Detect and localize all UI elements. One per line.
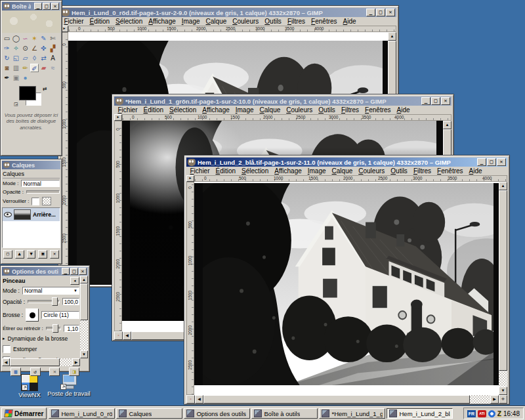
menu-item[interactable]: Image xyxy=(232,106,257,114)
close-button[interactable]: ✕ xyxy=(497,158,506,166)
titlebar[interactable]: Calques xyxy=(2,161,60,169)
swap-colors-icon[interactable]: ⇄ xyxy=(43,86,47,92)
expander-arrow-icon[interactable]: ▸ xyxy=(3,336,5,341)
toolbox-window[interactable]: Boîte à ou... _ □ ✕ ▭◯∽✶✎✄✑✧⊙∠✜▞↻◱▱◊⇄A◙▥… xyxy=(0,0,62,156)
menu-item[interactable]: Fenêtres xyxy=(362,106,394,114)
maximize-button[interactable]: □ xyxy=(431,97,440,105)
titlebar[interactable]: Options des outils _ □ ✕ xyxy=(2,267,88,276)
minimize-button[interactable]: _ xyxy=(421,97,430,105)
menu-item[interactable]: Aide xyxy=(340,18,359,25)
layers-window[interactable]: Calques Calques Mode : Normal Opacité : … xyxy=(0,159,62,264)
taskbar-window-button[interactable]: Calques xyxy=(116,408,182,419)
taskbar-window-button[interactable]: Boîte à outils xyxy=(251,408,318,419)
menu-item[interactable]: Aide xyxy=(466,167,485,175)
titlebar[interactable]: Hem_i_Lund_0_röd.tif-page-1-sur-2-9.0 (n… xyxy=(60,8,396,17)
horizontal-ruler[interactable]: 05001000150020002500300035004000 xyxy=(122,114,452,121)
duplicate-layer-button[interactable]: ▣ xyxy=(38,250,47,259)
menu-item[interactable]: Filtres xyxy=(338,106,362,114)
menu-item[interactable]: Outils xyxy=(388,167,411,175)
menu-item[interactable]: Sélection xyxy=(167,106,200,114)
scissors-select-tool[interactable]: ✄ xyxy=(49,34,57,43)
raise-layer-button[interactable]: ▲ xyxy=(15,250,24,259)
menu-item[interactable]: Fenêtres xyxy=(434,167,466,175)
shear-tool[interactable]: ▱ xyxy=(21,54,30,62)
options-horizontal-scrollbar[interactable]: ◀ ▶ xyxy=(2,358,80,366)
maximize-button[interactable]: □ xyxy=(487,158,496,166)
gimp-window-blue[interactable]: Hem_i_Lund_2_blå.tif-page-1-sur-2-11.0 (… xyxy=(184,155,510,405)
menu-item[interactable]: Outils xyxy=(316,106,339,114)
window-menu-button[interactable]: ▸ xyxy=(186,175,194,182)
scroll-down-arrow[interactable]: ▼ xyxy=(499,387,507,395)
taskbar-window-button[interactable]: Options des outils xyxy=(184,408,250,419)
restore-options-button[interactable]: ↺ xyxy=(30,368,41,376)
pencil-tool[interactable]: ✏ xyxy=(21,64,30,72)
scroll-up-arrow[interactable]: ▲ xyxy=(388,32,396,41)
layer-thumbnail[interactable] xyxy=(14,209,31,220)
opacity-value[interactable]: 100,0 xyxy=(62,298,79,305)
layer-row[interactable]: Arrière... xyxy=(3,208,60,221)
menu-item[interactable]: Filtres xyxy=(284,18,308,25)
quick-mask-toggle[interactable]: ▫ xyxy=(186,395,195,404)
menu-item[interactable]: Fichier xyxy=(61,18,87,25)
lower-layer-button[interactable]: ▼ xyxy=(27,250,36,259)
taskbar-window-button[interactable]: Hem_i_Lund_2_blå.tif... xyxy=(387,408,453,419)
perspective-tool[interactable]: ◊ xyxy=(30,54,39,62)
save-options-button[interactable]: ▦ xyxy=(10,368,21,376)
layer-visible-eye-icon[interactable] xyxy=(4,212,12,217)
menu-item[interactable]: Aide xyxy=(394,106,413,114)
scroll-up-arrow[interactable]: ▲ xyxy=(443,121,452,129)
desktop-icon-poste-de-travail[interactable]: ↗ Poste de travail xyxy=(41,374,97,397)
lock-checkbox[interactable] xyxy=(32,198,39,205)
panel-menu-button[interactable]: ◂ xyxy=(70,277,79,285)
ink-tool[interactable]: ✒ xyxy=(3,74,11,82)
bucket-fill-tool[interactable]: ◙ xyxy=(3,64,11,72)
delete-options-button[interactable]: ✕ xyxy=(49,368,60,376)
opacity-slider[interactable] xyxy=(28,300,60,303)
scroll-down-arrow[interactable]: ▼ xyxy=(80,350,88,358)
scroll-right-arrow[interactable]: ▶ xyxy=(490,395,499,404)
menu-item[interactable]: Couleurs xyxy=(230,18,262,25)
foreground-color-swatch[interactable] xyxy=(19,86,36,100)
brush-name[interactable]: Circle (11) xyxy=(41,311,79,319)
menu-item[interactable]: Couleurs xyxy=(284,106,316,114)
fuzzy-select-tool[interactable]: ✶ xyxy=(30,34,39,43)
new-layer-button[interactable]: ▢ xyxy=(3,250,12,259)
delete-layer-button[interactable]: ✕ xyxy=(50,250,59,259)
menu-item[interactable]: Fenêtres xyxy=(308,18,340,25)
titlebar[interactable]: *Hem_i_Lund_1_grön.tif-page-1-sur-2-10.0… xyxy=(114,96,452,106)
menu-item[interactable]: Édition xyxy=(87,18,113,25)
maximize-button[interactable]: □ xyxy=(376,9,385,16)
menu-item[interactable]: Affichage xyxy=(272,167,305,175)
horizontal-ruler[interactable]: 05001000150020002500300035004000 xyxy=(68,26,396,32)
blur-tool[interactable]: ● xyxy=(21,74,30,82)
tray-z-icon[interactable]: Z xyxy=(497,410,501,417)
color-picker-tool[interactable]: ✧ xyxy=(12,44,20,52)
ati-tray-icon[interactable]: ATI xyxy=(478,410,486,417)
measure-tool[interactable]: ∠ xyxy=(30,44,39,52)
crop-tool[interactable]: ▞ xyxy=(49,44,57,52)
start-button[interactable]: Démarrer xyxy=(1,408,47,419)
vertical-ruler[interactable]: 05001000150020002500 xyxy=(114,121,122,331)
airbrush-tool[interactable]: ≈ xyxy=(49,64,57,72)
layer-mode-select[interactable]: Normal xyxy=(21,180,60,187)
titlebar[interactable]: Hem_i_Lund_2_blå.tif-page-1-sur-2-11.0 (… xyxy=(186,158,507,167)
clone-tool[interactable]: ▣ xyxy=(12,74,20,82)
menu-item[interactable]: Affichage xyxy=(200,106,233,114)
fade-checkbox[interactable] xyxy=(3,345,10,353)
close-button[interactable]: ✕ xyxy=(79,268,87,275)
maximize-button[interactable]: □ xyxy=(70,268,78,275)
brush-preview[interactable] xyxy=(26,308,39,322)
default-colors-icon[interactable]: ◲ xyxy=(14,102,18,107)
horizontal-scrollbar[interactable]: ▫ ◀ ▶ ✛ xyxy=(186,395,507,404)
minimize-button[interactable]: _ xyxy=(477,158,486,166)
move-tool[interactable]: ✜ xyxy=(39,44,48,52)
ellipse-select-tool[interactable]: ◯ xyxy=(12,34,20,43)
menu-item[interactable]: Image xyxy=(304,167,329,175)
keyboard-layout-indicator[interactable]: FR xyxy=(467,410,476,417)
menu-item[interactable]: Calque xyxy=(257,106,284,114)
eraser-tool[interactable]: ▰ xyxy=(39,64,48,72)
horizontal-ruler[interactable]: 05001000150020002500300035004000 xyxy=(194,175,507,182)
menu-item[interactable]: Édition xyxy=(140,106,167,114)
image-canvas-blue[interactable] xyxy=(194,182,499,395)
scale-slider[interactable] xyxy=(46,327,61,330)
